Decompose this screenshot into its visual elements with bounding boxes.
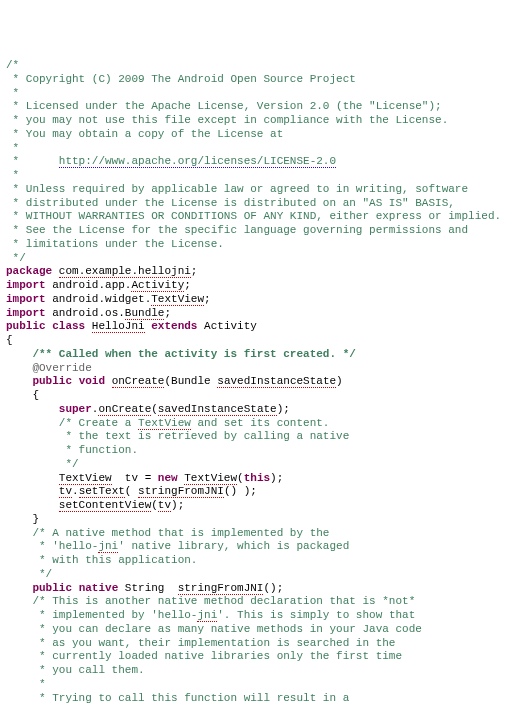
brace-open: { — [6, 334, 13, 346]
comment-line: '. This is simply to show that — [217, 609, 415, 621]
paren: ( — [125, 485, 138, 497]
license-line: * limitations under the License. — [6, 238, 224, 250]
indent — [6, 664, 32, 676]
comment-line: ' native library, which is packaged — [118, 540, 349, 552]
import-class: TextView — [151, 293, 204, 306]
indent — [6, 444, 59, 456]
keyword-public: public — [32, 582, 72, 594]
paren-semi: (); — [263, 582, 283, 594]
comment-line: * function. — [59, 444, 138, 456]
semicolon: ; — [191, 265, 198, 277]
keyword-import: import — [6, 293, 46, 305]
import-prefix: android.widget. — [52, 293, 151, 305]
indent — [6, 595, 32, 607]
comment-word: jni — [197, 609, 217, 622]
annotation-override: @Override — [32, 362, 91, 374]
indent — [6, 403, 59, 415]
comment-line: * currently loaded native libraries only… — [32, 650, 402, 662]
license-line: * you may not use this file except in co… — [6, 114, 448, 126]
keyword-extends: extends — [151, 320, 197, 332]
comment-line: * — [32, 678, 45, 690]
import-class: Bundle — [125, 307, 165, 320]
keyword-void: void — [79, 375, 105, 387]
paren-semi: () ); — [224, 485, 257, 497]
indent — [6, 348, 32, 360]
arg: savedInstanceState — [158, 403, 277, 416]
space — [52, 265, 59, 277]
keyword-super: super — [59, 403, 92, 415]
keyword-class: class — [52, 320, 85, 332]
license-line: * Unless required by applicable law or a… — [6, 183, 468, 195]
paren: ( — [237, 472, 244, 484]
method-name: stringFromJNI — [178, 582, 264, 595]
comment-word: TextView — [138, 417, 191, 430]
indent — [6, 389, 32, 401]
license-line: * — [6, 142, 19, 154]
keyword-this: this — [244, 472, 270, 484]
space — [72, 582, 79, 594]
comment-line: * 'hello- — [32, 540, 98, 552]
indent — [6, 362, 32, 374]
space — [72, 375, 79, 387]
indent — [6, 485, 59, 497]
license-line: * Copyright (C) 2009 The Android Open So… — [6, 73, 356, 85]
semicolon: ; — [184, 279, 191, 291]
comment-line: * the text is retrieved by calling a nat… — [59, 430, 349, 442]
paren-semi: ); — [270, 472, 283, 484]
comment-line: /* Create a — [59, 417, 138, 429]
param-name: savedInstanceState — [217, 375, 336, 388]
license-line: * See the License for the specific langu… — [6, 224, 468, 236]
indent — [6, 430, 59, 442]
var-decl: tv = — [112, 472, 158, 484]
license-line: * WITHOUT WARRANTIES OR CONDITIONS OF AN… — [6, 210, 501, 222]
return-type: String — [125, 582, 165, 594]
comment-line: * you can declare as many native methods… — [32, 623, 421, 635]
paren: ( — [151, 403, 158, 415]
comment-line: * you call them. — [32, 664, 144, 676]
javadoc-comment: /** Called when the activity is first cr… — [32, 348, 355, 360]
brace-open: { — [32, 389, 39, 401]
license-line: * Licensed under the Apache License, Ver… — [6, 100, 442, 112]
indent — [6, 458, 59, 470]
var: tv — [59, 485, 72, 498]
method-call: setContentView — [59, 499, 151, 512]
paren: ) — [336, 375, 343, 387]
indent — [6, 472, 59, 484]
class-name: HelloJni — [92, 320, 145, 333]
indent — [6, 499, 59, 511]
package-name: com.example.hellojni — [59, 265, 191, 278]
comment-line: * as you want, their implementation is s… — [32, 637, 395, 649]
space — [105, 375, 112, 387]
semicolon: ; — [204, 293, 211, 305]
paren: ( — [151, 499, 158, 511]
paren-semi: ); — [171, 499, 184, 511]
license-line: * — [6, 169, 19, 181]
type: TextView — [184, 472, 237, 485]
param-type: Bundle — [171, 375, 211, 387]
comment-line: /* A native method that is implemented b… — [32, 527, 329, 539]
license-line: * You may obtain a copy of the License a… — [6, 128, 283, 140]
indent — [6, 609, 32, 621]
comment-word: jni — [98, 540, 118, 553]
indent — [6, 540, 32, 552]
license-url: http://www.apache.org/licenses/LICENSE-2… — [59, 155, 336, 168]
dot: . — [72, 485, 79, 497]
indent — [6, 513, 32, 525]
indent — [6, 527, 32, 539]
comment-line: * with this application. — [32, 554, 197, 566]
comment-line: and set its content. — [191, 417, 330, 429]
paren-semi: ); — [277, 403, 290, 415]
arg: tv — [158, 499, 171, 512]
indent — [6, 678, 32, 690]
indent — [6, 692, 32, 704]
comment-line: */ — [59, 458, 79, 470]
keyword-public: public — [6, 320, 46, 332]
method-call: onCreate — [98, 403, 151, 416]
space — [85, 320, 92, 332]
import-prefix: android.app. — [52, 279, 131, 291]
keyword-new: new — [158, 472, 178, 484]
indent — [6, 623, 32, 635]
indent — [6, 554, 32, 566]
indent — [6, 417, 59, 429]
space — [118, 582, 125, 594]
